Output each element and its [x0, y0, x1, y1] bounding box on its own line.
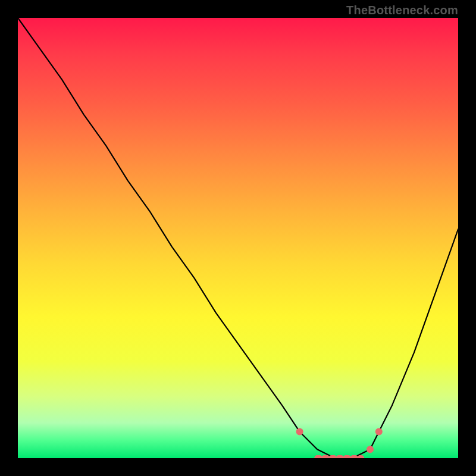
plot-area: [18, 18, 458, 458]
bottleneck-curve-path: [18, 18, 458, 458]
annotation-marker: [296, 428, 303, 436]
attribution-text: TheBottleneck.com: [346, 4, 458, 17]
annotation-marker: [375, 428, 383, 436]
curve-svg: [18, 18, 458, 458]
annotation-layer: [296, 428, 383, 458]
chart-container: TheBottleneck.com: [0, 0, 476, 476]
annotation-marker: [367, 446, 374, 453]
